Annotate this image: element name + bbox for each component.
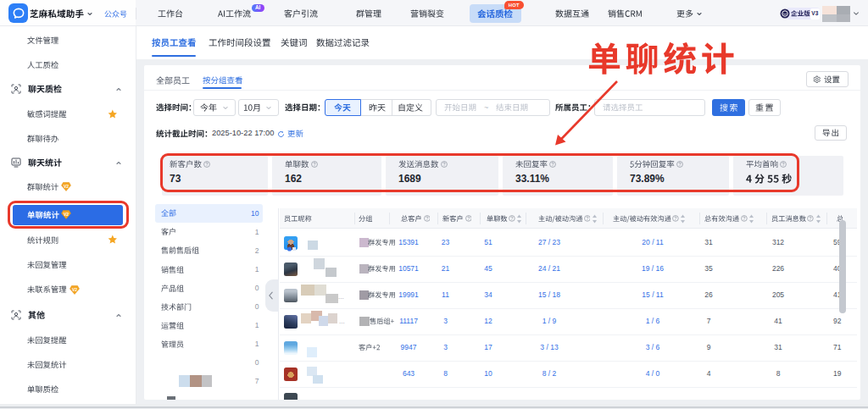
svg-text:V2: V2 — [64, 184, 69, 189]
svg-text:V2: V2 — [72, 286, 77, 291]
